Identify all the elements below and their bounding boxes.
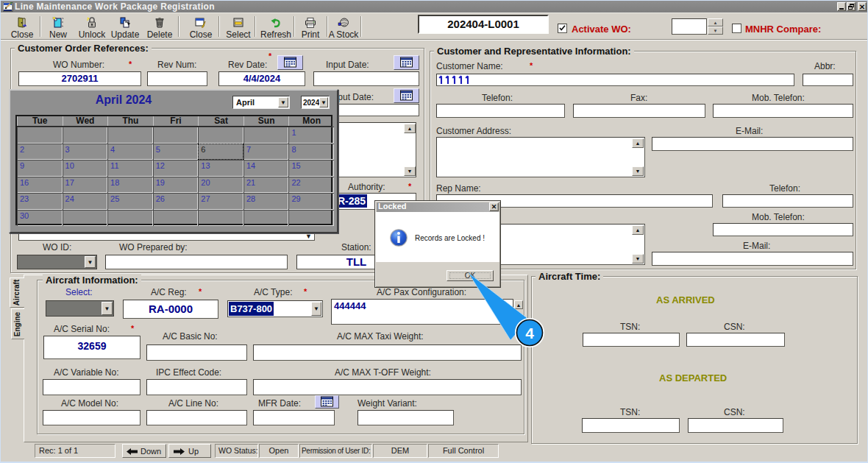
svg-text:4: 4 — [525, 325, 534, 342]
